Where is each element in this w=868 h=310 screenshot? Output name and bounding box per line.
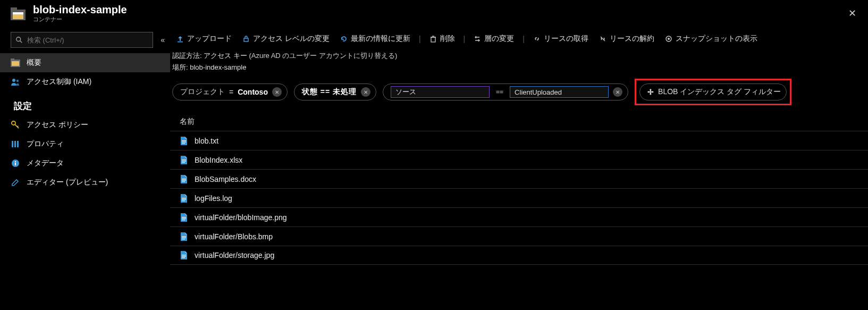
file-row[interactable]: BlobIndex.xlsx bbox=[170, 150, 868, 169]
sidebar-item-editor[interactable]: エディター (プレビュー) bbox=[0, 173, 170, 192]
svg-rect-20 bbox=[178, 41, 183, 43]
link-icon bbox=[533, 35, 541, 43]
search-input-wrapper[interactable] bbox=[11, 32, 153, 48]
filter-pill-source[interactable]: == ✕ bbox=[383, 83, 628, 100]
svg-point-27 bbox=[668, 38, 670, 40]
file-row[interactable]: BlobSamples.docx bbox=[170, 169, 868, 188]
toolbar-label: スナップショットの表示 bbox=[676, 34, 757, 44]
change-access-button[interactable]: アクセス レベルの変更 bbox=[238, 33, 334, 45]
svg-rect-22 bbox=[431, 37, 435, 42]
filter-key-input[interactable] bbox=[391, 86, 490, 98]
tier-icon bbox=[474, 35, 481, 43]
acquire-lease-button[interactable]: リースの取得 bbox=[529, 33, 593, 45]
svg-rect-30 bbox=[182, 143, 185, 144]
svg-line-13 bbox=[18, 126, 19, 127]
toolbar-label: アクセス レベルの変更 bbox=[253, 34, 330, 44]
file-icon bbox=[180, 250, 188, 260]
auth-label: 認証方法: bbox=[172, 52, 202, 60]
people-icon bbox=[11, 77, 20, 87]
svg-rect-7 bbox=[11, 58, 14, 61]
refresh-button[interactable]: 最新の情報に更新 bbox=[336, 33, 415, 45]
sidebar-item-iam[interactable]: アクセス制御 (IAM) bbox=[0, 72, 170, 91]
svg-rect-43 bbox=[182, 236, 186, 237]
file-name: virtualFolder/blobImage.png bbox=[195, 213, 287, 222]
search-icon bbox=[15, 36, 23, 44]
svg-rect-18 bbox=[15, 163, 16, 165]
collapse-sidebar-button[interactable]: « bbox=[158, 33, 167, 46]
sidebar-item-overview[interactable]: 概要 bbox=[0, 53, 170, 72]
sidebar: « 概要 アクセス制御 (IAM) 設定 アクセス ポリシー プロパテ bbox=[0, 28, 170, 310]
svg-rect-47 bbox=[182, 256, 186, 257]
file-row[interactable]: virtualFolder/storage.jpg bbox=[170, 246, 868, 265]
break-lease-button[interactable]: リースの解約 bbox=[595, 33, 659, 45]
separator: | bbox=[417, 35, 423, 43]
filter-pill-project[interactable]: プロジェクト = Contoso ✕ bbox=[172, 83, 288, 100]
sidebar-item-properties[interactable]: プロパティ bbox=[0, 135, 170, 154]
key-icon bbox=[11, 120, 20, 130]
file-icon bbox=[180, 232, 188, 241]
file-row[interactable]: virtualFolder/Blobs.bmp bbox=[170, 227, 868, 246]
upload-button[interactable]: アップロード bbox=[172, 33, 236, 45]
show-snapshots-button[interactable]: スナップショットの表示 bbox=[661, 33, 762, 45]
file-row[interactable]: virtualFolder/blobImage.png bbox=[170, 207, 868, 227]
location-label: 場所: bbox=[172, 63, 188, 71]
separator: | bbox=[520, 35, 527, 43]
remove-filter-icon[interactable]: ✕ bbox=[272, 87, 282, 97]
info-icon bbox=[11, 158, 20, 168]
location-value: blob-index-sample bbox=[190, 63, 246, 71]
svg-rect-16 bbox=[17, 141, 19, 147]
file-icon bbox=[180, 194, 188, 203]
filter-value-input[interactable] bbox=[510, 86, 609, 98]
refresh-icon bbox=[340, 35, 348, 43]
separator: | bbox=[461, 35, 468, 43]
container-icon bbox=[11, 7, 26, 20]
toolbar-label: アップロード bbox=[187, 34, 232, 44]
settings-heading: 設定 bbox=[0, 91, 170, 115]
blade-title: blob-index-sample bbox=[33, 4, 844, 15]
svg-rect-28 bbox=[182, 140, 186, 141]
remove-filter-icon[interactable]: ✕ bbox=[361, 87, 370, 97]
svg-rect-15 bbox=[14, 141, 16, 147]
search-input[interactable] bbox=[27, 36, 148, 44]
sidebar-item-label: メタデータ bbox=[27, 158, 64, 168]
sidebar-item-metadata[interactable]: メタデータ bbox=[0, 154, 170, 173]
properties-icon bbox=[11, 139, 20, 149]
filter-pill-state[interactable]: 状態 == 未処理 ✕ bbox=[294, 83, 376, 100]
remove-filter-icon[interactable]: ✕ bbox=[613, 87, 622, 97]
svg-rect-41 bbox=[182, 218, 186, 219]
svg-rect-36 bbox=[182, 181, 185, 182]
upload-icon bbox=[176, 35, 184, 43]
delete-button[interactable]: 削除 bbox=[425, 33, 459, 45]
add-filter-button[interactable]: ✢ BLOB インデックス タグ フィルター bbox=[639, 83, 787, 100]
filter-value: Contoso bbox=[238, 88, 268, 96]
close-button[interactable]: ✕ bbox=[844, 5, 861, 21]
file-icon bbox=[180, 136, 188, 146]
svg-rect-29 bbox=[182, 141, 186, 142]
sidebar-item-label: 概要 bbox=[27, 58, 41, 68]
container-small-icon bbox=[11, 58, 20, 68]
file-name: virtualFolder/Blobs.bmp bbox=[195, 232, 273, 241]
sidebar-item-access-policy[interactable]: アクセス ポリシー bbox=[0, 115, 170, 135]
file-row[interactable]: logFiles.log bbox=[170, 188, 868, 207]
svg-rect-32 bbox=[182, 161, 186, 161]
filter-icon: ✢ bbox=[647, 88, 654, 96]
svg-rect-48 bbox=[182, 257, 185, 258]
add-filter-label: BLOB インデックス タグ フィルター bbox=[658, 87, 781, 97]
location-info: 場所: blob-index-sample bbox=[170, 62, 868, 73]
svg-line-5 bbox=[20, 41, 22, 43]
sidebar-item-label: プロパティ bbox=[27, 139, 64, 149]
svg-point-4 bbox=[16, 37, 21, 41]
svg-rect-39 bbox=[182, 200, 185, 201]
svg-point-10 bbox=[16, 80, 19, 82]
file-icon bbox=[180, 155, 188, 165]
svg-point-9 bbox=[12, 79, 15, 82]
file-icon bbox=[180, 174, 188, 184]
unlink-icon bbox=[599, 35, 606, 43]
svg-rect-21 bbox=[244, 38, 248, 41]
filter-text: 状態 == 未処理 bbox=[302, 87, 357, 97]
auth-switch-link[interactable]: (Azure AD のユーザー アカウントに切り替える) bbox=[249, 52, 398, 60]
lock-icon bbox=[242, 35, 250, 43]
sidebar-item-label: エディター (プレビュー) bbox=[27, 178, 108, 187]
file-row[interactable]: blob.txt bbox=[170, 131, 868, 150]
change-tier-button[interactable]: 層の変更 bbox=[469, 33, 518, 45]
